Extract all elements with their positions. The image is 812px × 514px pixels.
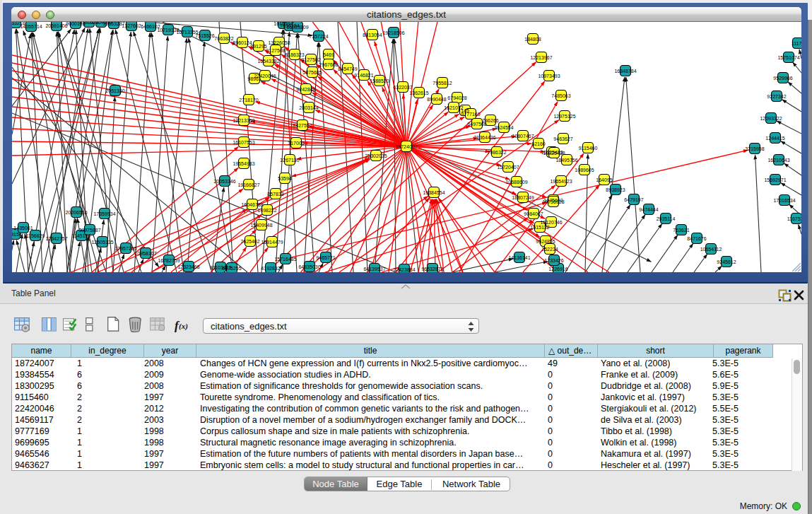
svg-text:17957255: 17957255 [114, 246, 136, 251]
svg-text:8186323: 8186323 [285, 52, 304, 57]
svg-text:14055714: 14055714 [20, 24, 42, 29]
svg-text:20053346: 20053346 [213, 179, 235, 184]
svg-text:7625402: 7625402 [240, 239, 259, 244]
svg-text:2967608: 2967608 [319, 62, 338, 67]
svg-text:9463627: 9463627 [553, 136, 572, 141]
svg-text:9529966: 9529966 [773, 76, 792, 81]
svg-text:2803144: 2803144 [299, 105, 318, 110]
svg-text:10654112: 10654112 [700, 247, 722, 252]
svg-text:72423884: 72423884 [393, 267, 415, 272]
svg-text:7955812: 7955812 [433, 81, 452, 86]
svg-text:12213967: 12213967 [530, 55, 552, 60]
svg-text:(x): (x) [179, 322, 188, 331]
svg-text:16107553: 16107553 [233, 140, 254, 145]
svg-text:10958107: 10958107 [134, 251, 156, 256]
svg-text:21364436: 21364436 [473, 135, 495, 140]
svg-text:1226916: 1226916 [548, 267, 567, 271]
svg-text:9084067: 9084067 [524, 211, 543, 216]
svg-text:12342757: 12342757 [45, 236, 67, 241]
svg-text:53594: 53594 [278, 176, 292, 181]
svg-text:16046788: 16046788 [241, 202, 263, 207]
svg-text:12213369: 12213369 [233, 118, 254, 123]
svg-text:18724007: 18724007 [395, 144, 417, 149]
svg-text:2051330: 2051330 [105, 88, 124, 93]
svg-text:8813054: 8813054 [363, 33, 382, 37]
svg-text:3624554: 3624554 [494, 125, 513, 130]
svg-text:2718170: 2718170 [239, 98, 258, 103]
svg-text:12093322: 12093322 [760, 116, 782, 121]
svg-text:12505135: 12505135 [91, 240, 113, 245]
svg-text:5875685: 5875685 [302, 70, 322, 75]
svg-text:19756928: 19756928 [542, 199, 564, 204]
svg-text:317006: 317006 [288, 141, 304, 146]
svg-text:15692971: 15692971 [764, 177, 786, 182]
svg-text:9146821: 9146821 [354, 73, 373, 78]
svg-text:14136141: 14136141 [508, 255, 530, 260]
svg-text:10973493: 10973493 [538, 74, 560, 78]
svg-text:1156829: 1156829 [26, 233, 45, 238]
svg-text:1167534: 1167534 [787, 216, 801, 221]
svg-text:11171: 11171 [792, 41, 801, 46]
svg-text:15409948: 15409948 [250, 223, 272, 228]
svg-text:20691406: 20691406 [45, 23, 67, 28]
svg-text:64835030: 64835030 [298, 264, 320, 269]
svg-text:252234: 252234 [541, 247, 558, 252]
svg-text:164095: 164095 [596, 177, 612, 182]
svg-text:4192832: 4192832 [261, 266, 280, 271]
svg-text:15720407: 15720407 [497, 165, 519, 170]
svg-text:8990448: 8990448 [427, 97, 446, 102]
svg-text:13226058: 13226058 [268, 40, 290, 45]
svg-text:1089605: 1089605 [575, 168, 594, 173]
svg-text:15716485: 15716485 [274, 257, 296, 262]
svg-text:16848784: 16848784 [614, 69, 636, 74]
svg-text:15751074: 15751074 [777, 55, 799, 60]
svg-text:1588520: 1588520 [370, 78, 389, 83]
svg-text:1615132: 1615132 [530, 225, 549, 230]
svg-text:30975887: 30975887 [78, 228, 100, 233]
svg-text:5469: 5469 [323, 52, 334, 57]
svg-text:19166827: 19166827 [237, 182, 259, 187]
svg-text:10025438: 10025438 [543, 151, 565, 156]
svg-text:8471676: 8471676 [687, 236, 706, 241]
svg-text:1498222: 1498222 [257, 208, 276, 213]
svg-text:25302035: 25302035 [365, 153, 387, 158]
svg-text:17016534: 17016534 [773, 198, 795, 203]
svg-text:3215958: 3215958 [745, 146, 764, 151]
svg-text:10807467: 10807467 [512, 134, 534, 139]
svg-text:184808: 184808 [524, 37, 541, 42]
svg-text:16033809: 16033809 [286, 25, 308, 30]
svg-text:1327602: 1327602 [122, 23, 141, 28]
svg-text:17359934: 17359934 [93, 211, 115, 216]
svg-text:9474444: 9474444 [639, 207, 658, 212]
svg-text:1244415: 1244415 [765, 136, 784, 141]
svg-text:8427552: 8427552 [293, 123, 312, 128]
svg-text:9524855: 9524855 [536, 239, 555, 244]
svg-text:20206536: 20206536 [65, 210, 87, 215]
svg-text:64139537: 64139537 [363, 267, 385, 271]
svg-text:3267130: 3267130 [280, 158, 299, 163]
svg-text:19654983: 19654983 [233, 161, 254, 166]
svg-text:7515526: 7515526 [195, 33, 214, 38]
svg-text:16543382: 16543382 [257, 59, 279, 64]
svg-text:18495756: 18495756 [555, 158, 577, 163]
svg-text:7663822: 7663822 [214, 36, 233, 41]
svg-text:1362615: 1362615 [409, 90, 428, 95]
svg-text:16210643: 16210643 [767, 158, 789, 163]
svg-text:10688609: 10688609 [505, 180, 527, 185]
svg-text:19218506: 19218506 [382, 30, 404, 35]
svg-text:763621: 763621 [673, 228, 689, 233]
svg-text:6794028: 6794028 [447, 95, 466, 100]
svg-text:19384554: 19384554 [423, 190, 445, 195]
svg-text:8454749: 8454749 [338, 66, 357, 71]
svg-text:7357224: 7357224 [309, 34, 328, 39]
svg-text:98961: 98961 [247, 76, 261, 81]
svg-text:12975125: 12975125 [553, 114, 575, 119]
svg-text:8938923: 8938923 [606, 187, 625, 192]
svg-text:8960124: 8960124 [233, 40, 252, 45]
svg-text:857833: 857833 [267, 192, 283, 197]
svg-text:1435061: 1435061 [13, 226, 33, 230]
svg-text:39154: 39154 [12, 232, 22, 237]
svg-text:9127508: 9127508 [266, 48, 285, 53]
svg-text:891295: 891295 [250, 44, 266, 49]
svg-text:16782759: 16782759 [158, 258, 180, 263]
